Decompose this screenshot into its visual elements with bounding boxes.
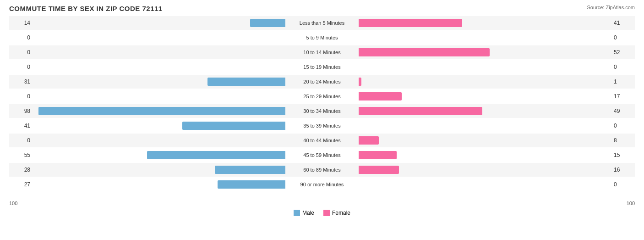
male-value: 28	[9, 167, 32, 173]
female-value: 0	[612, 181, 635, 188]
male-bar-container	[32, 180, 285, 189]
chart-row: 27 90 or more Minutes 0	[9, 178, 635, 191]
male-bar-container	[32, 107, 285, 115]
chart-row: 0 40 to 44 Minutes 8	[9, 134, 635, 147]
bars-section: 90 or more Minutes	[32, 178, 612, 191]
male-bar-container	[32, 63, 285, 71]
female-bar-container	[359, 78, 612, 86]
female-bar	[359, 19, 462, 27]
female-bar-container	[359, 63, 612, 71]
male-legend-box	[294, 210, 300, 216]
chart-container: COMMUTE TIME BY SEX IN ZIP CODE 72111 So…	[0, 0, 644, 240]
bar-pair: 60 to 89 Minutes	[32, 163, 612, 177]
bars-section: 10 to 14 Minutes	[32, 45, 612, 59]
axis-left-label: 100	[9, 201, 17, 206]
bar-pair: 45 to 59 Minutes	[32, 148, 612, 162]
male-bar-container	[32, 48, 285, 56]
bars-section: 30 to 34 Minutes	[32, 104, 612, 118]
female-value: 41	[612, 20, 635, 26]
female-legend-label: Female	[332, 210, 350, 216]
female-bar-container	[359, 180, 612, 189]
male-value: 0	[9, 64, 32, 70]
row-label: 45 to 59 Minutes	[285, 152, 359, 158]
male-bar-container	[32, 33, 285, 42]
male-legend-label: Male	[302, 210, 314, 216]
male-value: 0	[9, 49, 32, 56]
legend: Male Female	[9, 210, 635, 216]
row-label: 10 to 14 Minutes	[285, 50, 359, 55]
axis-labels: 100 100	[9, 201, 635, 206]
male-value: 0	[9, 34, 32, 41]
male-bar-container	[32, 136, 285, 145]
bar-pair: 35 to 39 Minutes	[32, 119, 612, 133]
male-bar	[182, 122, 286, 130]
bar-pair: 30 to 34 Minutes	[32, 104, 612, 118]
bars-section: Less than 5 Minutes	[32, 16, 612, 30]
male-bar	[147, 151, 286, 159]
female-bar	[359, 136, 379, 145]
axis-right-label: 100	[627, 201, 635, 206]
bar-pair: 20 to 24 Minutes	[32, 75, 612, 89]
source-text: Source: ZipAtlas.com	[587, 5, 635, 10]
bars-section: 5 to 9 Minutes	[32, 31, 612, 45]
male-bar-container	[32, 19, 285, 27]
row-label: 90 or more Minutes	[285, 182, 359, 187]
male-bar	[207, 78, 286, 86]
chart-row: 0 15 to 19 Minutes 0	[9, 60, 635, 74]
chart-title: COMMUTE TIME BY SEX IN ZIP CODE 72111	[9, 5, 163, 12]
legend-male: Male	[294, 210, 314, 216]
bars-section: 45 to 59 Minutes	[32, 148, 612, 162]
male-value: 14	[9, 20, 32, 26]
female-bar	[359, 48, 490, 56]
female-value: 52	[612, 49, 635, 56]
male-bar-container	[32, 166, 285, 174]
female-bar-container	[359, 136, 612, 145]
bar-pair: 5 to 9 Minutes	[32, 31, 612, 45]
bars-section: 25 to 29 Minutes	[32, 89, 612, 103]
bars-section: 40 to 44 Minutes	[32, 134, 612, 147]
female-bar-container	[359, 48, 612, 56]
female-bar-container	[359, 107, 612, 115]
male-bar	[250, 19, 285, 27]
male-value: 0	[9, 93, 32, 100]
female-value: 8	[612, 137, 635, 144]
female-bar	[359, 166, 399, 174]
female-value: 17	[612, 93, 635, 100]
male-bar	[215, 166, 285, 174]
female-bar-container	[359, 122, 612, 130]
chart-row: 0 5 to 9 Minutes 0	[9, 31, 635, 45]
female-bar-container	[359, 19, 612, 27]
chart-area: 14 Less than 5 Minutes 41 0	[9, 16, 635, 200]
male-bar-container	[32, 151, 285, 159]
female-legend-box	[323, 210, 330, 216]
female-bar	[359, 92, 402, 100]
legend-female: Female	[323, 210, 350, 216]
row-label: 25 to 29 Minutes	[285, 94, 359, 99]
female-bar	[359, 78, 361, 86]
male-bar	[218, 180, 286, 189]
female-value: 0	[612, 34, 635, 41]
bar-pair: 10 to 14 Minutes	[32, 45, 612, 59]
chart-row: 28 60 to 89 Minutes 16	[9, 163, 635, 177]
bars-section: 60 to 89 Minutes	[32, 163, 612, 177]
female-value: 15	[612, 152, 635, 158]
male-bar-container	[32, 92, 285, 100]
row-label: 60 to 89 Minutes	[285, 167, 359, 173]
row-label: 35 to 39 Minutes	[285, 123, 359, 128]
female-bar-container	[359, 166, 612, 174]
bar-pair: 40 to 44 Minutes	[32, 134, 612, 147]
chart-row: 55 45 to 59 Minutes 15	[9, 148, 635, 162]
female-bar-container	[359, 33, 612, 42]
chart-row: 0 25 to 29 Minutes 17	[9, 89, 635, 103]
row-label: 40 to 44 Minutes	[285, 138, 359, 143]
female-bar	[359, 107, 482, 115]
row-label: 15 to 19 Minutes	[285, 64, 359, 70]
female-value: 16	[612, 167, 635, 173]
female-bar	[359, 151, 397, 159]
bar-pair: 25 to 29 Minutes	[32, 89, 612, 103]
chart-row: 31 20 to 24 Minutes 1	[9, 75, 635, 89]
female-bar-container	[359, 151, 612, 159]
male-bar	[38, 107, 285, 115]
chart-row: 0 10 to 14 Minutes 52	[9, 45, 635, 59]
female-value: 0	[612, 64, 635, 70]
